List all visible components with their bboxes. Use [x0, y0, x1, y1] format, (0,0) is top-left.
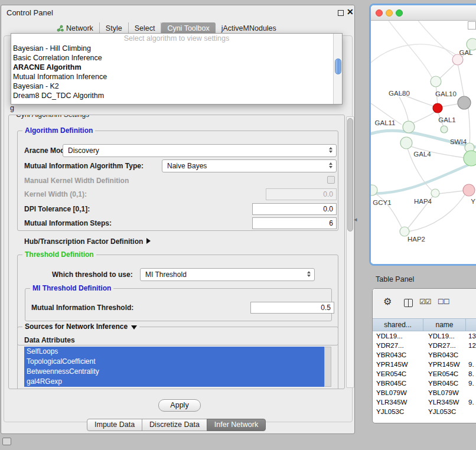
tab-cyni-toolbox[interactable]: Cyni Toolbox [161, 22, 215, 34]
table-row[interactable]: YBR043CYBR043C [373, 350, 476, 360]
table-cell: YBL079W [373, 388, 423, 397]
column-header-truncated[interactable] [466, 319, 476, 331]
deselect-all-checkboxes-icon[interactable]: ☐☐ [438, 298, 449, 306]
popup-scrollbar-thumb[interactable] [335, 58, 341, 74]
tab-network[interactable]: Network [51, 22, 100, 34]
float-window-button[interactable] [338, 10, 344, 16]
table-body: YDL19...YDL19...13YDR27...YDR27...12YBR0… [373, 331, 476, 416]
algorithm-definition-title: Algorithm Definition [22, 126, 95, 135]
table-panel-window: ⚙ ☑☑ ☐☐ shared... name YDL19...YDL19...1… [372, 288, 476, 423]
table-row[interactable]: YLR345WYLR345W9. [373, 397, 476, 407]
network-node[interactable] [464, 151, 476, 166]
table-cell: YBL079W [423, 388, 466, 397]
network-node[interactable] [400, 137, 412, 149]
dpi-tolerance-field[interactable]: 0.0 [252, 203, 337, 215]
zoom-traffic-light[interactable] [396, 9, 403, 17]
close-traffic-light[interactable] [376, 9, 383, 17]
dropdown-arrows-icon [307, 271, 311, 277]
columns-icon[interactable] [404, 299, 413, 307]
which-threshold-dropdown[interactable]: MI Threshold [140, 268, 315, 281]
attribute-item[interactable]: BetweennessCentrality [24, 367, 324, 377]
table-row[interactable]: YBR045CYBR045C9. [373, 379, 476, 388]
table-cell [466, 407, 476, 416]
table-cell [466, 350, 476, 360]
network-node[interactable] [441, 126, 448, 133]
network-node[interactable] [458, 96, 471, 109]
panel-splitter-handle[interactable]: ◂ [354, 216, 357, 223]
kernel-width-field[interactable]: 0.0 [266, 188, 337, 200]
table-cell: YER054C [373, 369, 423, 379]
table-row[interactable]: YBL079WYBL079W [373, 388, 476, 397]
attribute-item[interactable]: SelfLoops [24, 347, 324, 357]
algorithm-option[interactable]: Basic Correlation Inference [11, 53, 342, 63]
attribute-item[interactable]: TopologicalCoefficient [24, 357, 324, 367]
table-row[interactable]: YJL053CYJL053C [373, 407, 476, 416]
network-node[interactable] [400, 227, 409, 236]
which-threshold-label: Which threshold to use: [52, 270, 133, 279]
table-row[interactable]: YDR27...YDR27...12 [373, 341, 476, 350]
tab-cyni-toolbox-label: Cyni Toolbox [167, 24, 209, 32]
algorithm-option[interactable]: ARACNE Algorithm [11, 63, 342, 72]
algorithm-select-popup: Select algorithm to view settings Bayesi… [11, 33, 343, 105]
table-row[interactable]: YER054CYER054C8. [373, 369, 476, 379]
network-window-titlebar [371, 5, 476, 21]
data-attributes-list[interactable]: SelfLoopsTopologicalCoefficientBetweenne… [24, 347, 324, 387]
tab-impute-data[interactable]: Impute Data [87, 419, 142, 431]
algorithm-option[interactable]: Bayesian - Hill Climbing [11, 44, 342, 53]
birdseye-toggle-button[interactable] [468, 21, 476, 30]
close-window-button[interactable]: ✕ [347, 7, 354, 17]
table-toolbar: ⚙ ☑☑ ☐☐ [373, 289, 476, 318]
algorithm-option[interactable]: Mutual Information Inference [11, 72, 342, 81]
network-node[interactable] [403, 121, 415, 133]
table-cell: YDL19... [373, 331, 423, 341]
table-cell: YPR145W [423, 360, 466, 369]
settings-scrollbar[interactable] [346, 116, 354, 388]
popup-scrollbar[interactable] [333, 34, 342, 104]
mi-algorithm-type-value: Naive Bayes [167, 162, 207, 170]
attribute-item[interactable]: gal4RGexp [24, 377, 324, 387]
table-cell: YPR145W [373, 360, 423, 369]
table-cell: YLR345W [423, 397, 466, 407]
apply-button[interactable]: Apply [158, 399, 201, 412]
dock-widget-icon[interactable] [2, 438, 11, 445]
tab-discretize-data[interactable]: Discretize Data [142, 419, 207, 431]
network-node[interactable] [463, 184, 475, 196]
tab-jactivemnodules[interactable]: jActiveMNodules [216, 22, 282, 34]
algorithm-popup-placeholder: Select algorithm to view settings [11, 34, 342, 44]
mi-threshold-field[interactable]: 0.5 [250, 302, 334, 314]
network-node-label: GAL10 [435, 90, 457, 97]
mi-steps-field[interactable]: 6 [252, 217, 337, 229]
aracne-mode-dropdown[interactable]: Discovery [63, 144, 337, 157]
threshold-definition-title: Threshold Definition [22, 250, 96, 259]
network-node[interactable] [431, 76, 441, 87]
network-node-label: GAL [459, 49, 473, 56]
column-header-name[interactable]: name [423, 319, 466, 331]
gear-icon[interactable]: ⚙ [383, 296, 392, 307]
network-node[interactable] [467, 38, 476, 50]
settings-scrollbar-thumb[interactable] [347, 118, 353, 231]
tab-style[interactable]: Style [100, 22, 129, 34]
tab-infer-network[interactable]: Infer Network [207, 419, 266, 431]
mi-algorithm-type-dropdown[interactable]: Naive Bayes [162, 159, 337, 172]
network-view-window: GALGAL80GAL10GAL11GAL1SWI4GAL4GCY1HAP4YH… [369, 4, 476, 266]
algorithm-option[interactable]: Dream8 DC_TDC Algorithm [11, 91, 342, 100]
network-node-label: GAL80 [389, 90, 410, 97]
sources-group-title[interactable]: Sources for Network Inference [22, 322, 139, 331]
network-node[interactable] [433, 103, 442, 113]
hub-section-label: Hub/Transcription Factor Definition [24, 237, 143, 246]
table-row[interactable]: YPR145WYPR145W9. [373, 360, 476, 369]
algorithm-option[interactable]: Bayesian - K2 [11, 81, 342, 91]
column-header-shared-name[interactable]: shared... [373, 319, 423, 331]
table-row[interactable]: YDL19...YDL19...13 [373, 331, 476, 341]
minimize-traffic-light[interactable] [386, 9, 393, 17]
tab-select[interactable]: Select [129, 22, 162, 34]
table-cell: YBR045C [423, 379, 466, 388]
tab-style-label: Style [106, 24, 122, 32]
select-all-checkboxes-icon[interactable]: ☑☑ [419, 298, 431, 306]
network-node[interactable] [431, 189, 439, 197]
manual-kernel-width-checkbox[interactable] [327, 176, 335, 184]
network-canvas[interactable]: GALGAL80GAL10GAL11GAL1SWI4GAL4GCY1HAP4YH… [371, 21, 476, 264]
hub-section-toggle[interactable]: Hub/Transcription Factor Definition [24, 237, 151, 246]
attributes-list-scrollbar[interactable] [324, 347, 331, 387]
dropdown-arrows-icon [329, 162, 332, 168]
